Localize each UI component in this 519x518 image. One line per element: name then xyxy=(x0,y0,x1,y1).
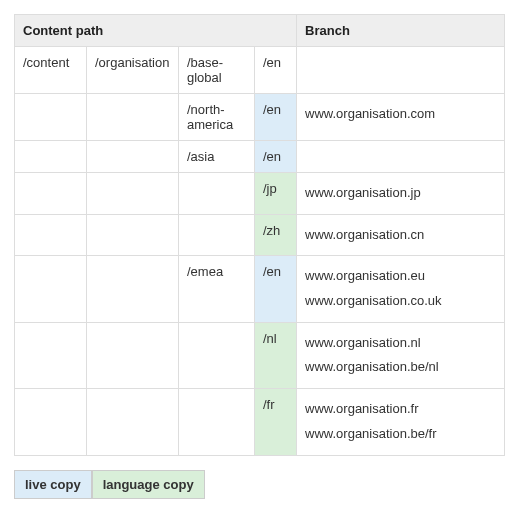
path-cell: /base-global xyxy=(179,47,255,94)
locale-cell: /nl xyxy=(255,322,297,388)
branch-url: www.organisation.nl xyxy=(305,331,496,356)
path-cell xyxy=(15,173,87,215)
locale-cell: /en xyxy=(255,256,297,322)
path-cell xyxy=(87,256,179,322)
path-cell xyxy=(15,389,87,455)
branch-cell: www.organisation.nlwww.organisation.be/n… xyxy=(297,322,505,388)
locale-cell: /en xyxy=(255,94,297,141)
path-cell xyxy=(87,322,179,388)
locale-cell: /jp xyxy=(255,173,297,215)
path-cell xyxy=(87,141,179,173)
path-cell xyxy=(87,389,179,455)
path-cell xyxy=(87,173,179,215)
branch-url: www.organisation.be/nl xyxy=(305,355,496,380)
legend-live-copy: live copy xyxy=(14,470,92,499)
legend: live copylanguage copy xyxy=(14,470,505,499)
table-header-row: Content path Branch xyxy=(15,15,505,47)
path-cell xyxy=(179,389,255,455)
locale-cell: /en xyxy=(255,47,297,94)
table-row: /nlwww.organisation.nlwww.organisation.b… xyxy=(15,322,505,388)
branch-cell: www.organisation.frwww.organisation.be/f… xyxy=(297,389,505,455)
path-cell xyxy=(15,141,87,173)
branch-url: www.organisation.cn xyxy=(305,223,496,248)
branch-url: www.organisation.be/fr xyxy=(305,422,496,447)
branch-url: www.organisation.co.uk xyxy=(305,289,496,314)
header-branch: Branch xyxy=(297,15,505,47)
path-cell xyxy=(15,94,87,141)
path-cell xyxy=(87,214,179,256)
locale-cell: /zh xyxy=(255,214,297,256)
path-cell: /emea xyxy=(179,256,255,322)
path-cell xyxy=(15,214,87,256)
legend-language-copy: language copy xyxy=(92,470,205,499)
locale-cell: /en xyxy=(255,141,297,173)
path-cell xyxy=(87,94,179,141)
path-cell xyxy=(179,173,255,215)
path-cell xyxy=(15,256,87,322)
branch-url: www.organisation.jp xyxy=(305,181,496,206)
branch-cell xyxy=(297,141,505,173)
content-path-table: Content path Branch /content/organisatio… xyxy=(14,14,505,456)
path-cell: /organisation xyxy=(87,47,179,94)
branch-url: www.organisation.eu xyxy=(305,264,496,289)
table-row: /jpwww.organisation.jp xyxy=(15,173,505,215)
branch-cell: www.organisation.cn xyxy=(297,214,505,256)
table-row: /north-america/enwww.organisation.com xyxy=(15,94,505,141)
table-row: /content/organisation/base-global/en xyxy=(15,47,505,94)
branch-cell: www.organisation.com xyxy=(297,94,505,141)
header-content-path: Content path xyxy=(15,15,297,47)
branch-url: www.organisation.com xyxy=(305,102,496,127)
table-row: /asia/en xyxy=(15,141,505,173)
path-cell: /content xyxy=(15,47,87,94)
branch-url: www.organisation.fr xyxy=(305,397,496,422)
table-body: /content/organisation/base-global/en/nor… xyxy=(15,47,505,456)
branch-cell xyxy=(297,47,505,94)
table-row: /emea/enwww.organisation.euwww.organisat… xyxy=(15,256,505,322)
path-cell xyxy=(179,322,255,388)
path-cell xyxy=(179,214,255,256)
path-cell xyxy=(15,322,87,388)
locale-cell: /fr xyxy=(255,389,297,455)
table-row: /frwww.organisation.frwww.organisation.b… xyxy=(15,389,505,455)
path-cell: /asia xyxy=(179,141,255,173)
branch-cell: www.organisation.jp xyxy=(297,173,505,215)
path-cell: /north-america xyxy=(179,94,255,141)
branch-cell: www.organisation.euwww.organisation.co.u… xyxy=(297,256,505,322)
table-row: /zhwww.organisation.cn xyxy=(15,214,505,256)
